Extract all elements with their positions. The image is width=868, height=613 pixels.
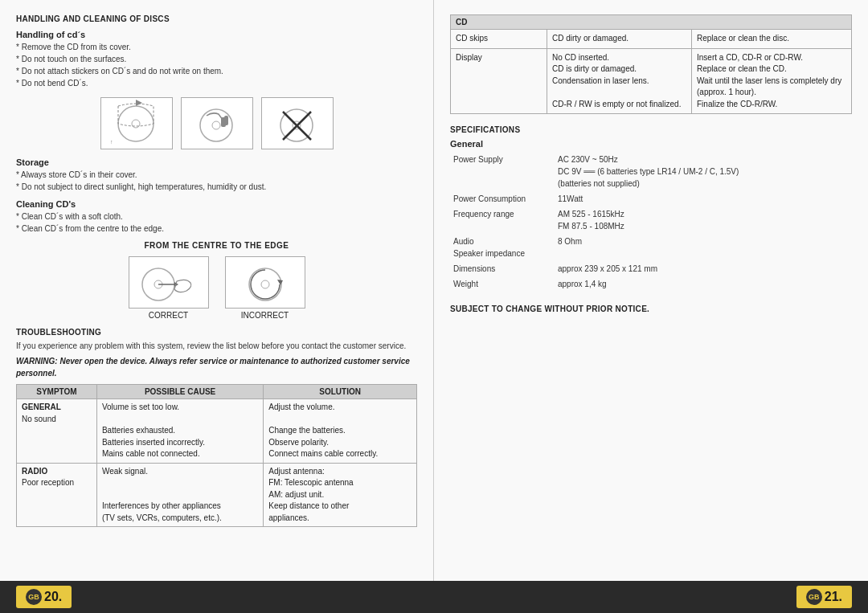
illus-remove-cd: ↑ bbox=[100, 97, 173, 149]
spec-dimensions: Dimensions approx 239 x 205 x 121 mm bbox=[450, 261, 852, 276]
general-label: GENERAL bbox=[22, 402, 92, 414]
spec-label-dimensions: Dimensions bbox=[450, 261, 555, 276]
illus-no-stickers bbox=[261, 97, 334, 149]
handling-bullets: * Remove the CD from its cover. * Do not… bbox=[16, 41, 417, 89]
subject-notice: SUBJECT TO CHANGE WITHOUT PRIOR NOTICE. bbox=[450, 304, 852, 313]
spec-value-power-supply: AC 230V ~ 50Hz DC 9V ══ (6 batteries typ… bbox=[555, 152, 852, 191]
trouble-warning: WARNING: Never open the device. Always r… bbox=[16, 355, 417, 379]
handling-images: ↑ bbox=[16, 97, 417, 149]
specs-title: SPECIFICATIONS bbox=[450, 125, 852, 134]
spec-value-weight: approx 1,4 kg bbox=[555, 276, 852, 292]
general-symptom-cell: GENERAL No sound bbox=[17, 399, 97, 464]
spec-label-power-consumption: Power Consumption bbox=[450, 191, 555, 206]
cd-table: CD CD skips CD dirty or damaged. Replace… bbox=[450, 14, 852, 114]
spec-value-audio: 8 Ohm bbox=[555, 234, 852, 261]
svg-rect-6 bbox=[224, 116, 228, 125]
storage-title: Storage bbox=[16, 157, 417, 167]
general-cause-cell: Volume is set too low. Batteries exhaust… bbox=[96, 399, 263, 464]
footer-left-number: 20. bbox=[44, 590, 62, 604]
spec-value-frequency: AM 525 - 1615kHz FM 87.5 - 108MHz bbox=[555, 206, 852, 234]
cd-display-solution: Insert a CD, CD-R or CD-RW. Replace or c… bbox=[692, 48, 852, 114]
no-sound-text: No sound bbox=[22, 414, 92, 426]
table-header-symptom: SYMPTOM bbox=[17, 385, 97, 399]
footer-right-badge: GB 21. bbox=[796, 586, 852, 608]
spec-frequency: Frequency range AM 525 - 1615kHz FM 87.5… bbox=[450, 206, 852, 234]
svg-point-3 bbox=[200, 109, 232, 141]
troubleshooting-table: SYMPTOM POSSIBLE CAUSE SOLUTION GENERAL … bbox=[16, 384, 417, 527]
cd-skips-solution: Replace or clean the disc. bbox=[692, 30, 852, 49]
illus-correct bbox=[129, 256, 209, 309]
svg-point-4 bbox=[212, 121, 220, 129]
cd-skips-cause: CD dirty or damaged. bbox=[547, 30, 692, 49]
table-header-cause: POSSIBLE CAUSE bbox=[96, 385, 263, 399]
illus-incorrect bbox=[225, 256, 305, 309]
table-header-solution: SOLUTION bbox=[264, 385, 417, 399]
spec-label-power-supply: Power Supply bbox=[450, 152, 555, 191]
cd-table-header: CD bbox=[451, 15, 852, 30]
handling-subtitle: Handling of cd´s bbox=[16, 30, 417, 39]
specs-general-title: General bbox=[450, 139, 852, 149]
specs-table: Power Supply AC 230V ~ 50Hz DC 9V ══ (6 … bbox=[450, 152, 852, 292]
illus-no-touch bbox=[181, 97, 253, 149]
spec-label-frequency: Frequency range bbox=[450, 206, 555, 234]
spec-label-weight: Weight bbox=[450, 276, 555, 292]
footer-right-number: 21. bbox=[825, 590, 842, 604]
svg-point-0 bbox=[118, 106, 154, 141]
footer-right-gb-circle: GB bbox=[806, 589, 822, 605]
radio-symptom-cell: RADIO Poor reception bbox=[17, 463, 97, 527]
incorrect-item: INCORRECT bbox=[225, 256, 305, 320]
cd-display-cause: No CD inserted. CD is dirty or damaged. … bbox=[547, 48, 692, 114]
right-panel: CD CD skips CD dirty or damaged. Replace… bbox=[434, 0, 868, 581]
svg-point-1 bbox=[132, 120, 140, 128]
spec-audio: AudioSpeaker impedance 8 Ohm bbox=[450, 234, 852, 261]
radio-cause-cell: Weak signal. Interferences by other appl… bbox=[96, 463, 263, 527]
correct-item: CORRECT bbox=[129, 256, 209, 320]
general-solution-cell: Adjust the volume. Change the batteries.… bbox=[264, 399, 417, 464]
cd-skips-symptom: CD skips bbox=[451, 30, 547, 49]
correct-label: CORRECT bbox=[149, 311, 188, 320]
svg-text:↑: ↑ bbox=[110, 139, 113, 145]
svg-point-15 bbox=[249, 268, 281, 300]
spec-power-consumption: Power Consumption 11Watt bbox=[450, 191, 852, 206]
footer-left-gb-circle: GB bbox=[26, 589, 42, 605]
table-row: GENERAL No sound Volume is set too low. … bbox=[17, 399, 417, 464]
troubleshooting-title: TROUBLESHOOTING bbox=[16, 328, 417, 337]
radio-label: RADIO bbox=[22, 466, 92, 478]
left-panel: HANDLING AND CLEANING OF DISCS Handling … bbox=[0, 0, 434, 581]
svg-marker-17 bbox=[277, 280, 283, 285]
cleaning-bullets: * Clean CD´s with a soft cloth. * Clean … bbox=[16, 210, 417, 235]
poor-reception-text: Poor reception bbox=[22, 477, 92, 489]
cd-display-symptom: Display bbox=[451, 48, 547, 114]
spec-value-dimensions: approx 239 x 205 x 121 mm bbox=[555, 261, 852, 276]
spec-label-audio: AudioSpeaker impedance bbox=[450, 234, 555, 261]
handling-title: HANDLING AND CLEANING OF DISCS bbox=[16, 14, 417, 23]
storage-bullets: * Always store CD´s in their cover. * Do… bbox=[16, 169, 417, 193]
cleaning-title: Cleaning CD's bbox=[16, 199, 417, 209]
table-row: RADIO Poor reception Weak signal. Interf… bbox=[17, 463, 417, 527]
svg-point-16 bbox=[261, 280, 269, 288]
spec-weight: Weight approx 1,4 kg bbox=[450, 276, 852, 292]
incorrect-label: INCORRECT bbox=[241, 311, 289, 320]
cd-display-row: Display No CD inserted. CD is dirty or d… bbox=[451, 48, 852, 114]
spec-power-supply: Power Supply AC 230V ~ 50Hz DC 9V ══ (6 … bbox=[450, 152, 852, 191]
trouble-intro: If you experience any problem with this … bbox=[16, 340, 417, 352]
warning-text-start: WARNING: Never open the device. Always r… bbox=[16, 357, 344, 366]
spec-value-power-consumption: 11Watt bbox=[555, 191, 852, 206]
correct-incorrect-row: CORRECT INCORRECT bbox=[16, 256, 417, 320]
radio-solution-cell: Adjust antenna: FM: Telescopic antenna A… bbox=[264, 463, 417, 527]
footer: GB 20. GB 21. bbox=[0, 581, 868, 613]
from-centre-text: FROM THE CENTRE TO THE EDGE bbox=[16, 241, 417, 250]
footer-left-badge: GB 20. bbox=[16, 586, 72, 608]
cd-skips-row: CD skips CD dirty or damaged. Replace or… bbox=[451, 30, 852, 49]
